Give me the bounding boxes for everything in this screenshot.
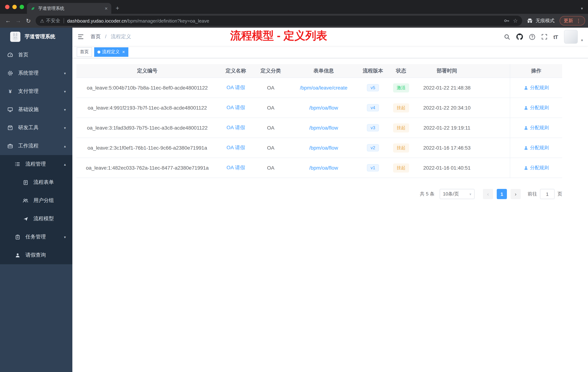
form-icon [22, 179, 28, 185]
form-link[interactable]: /bpm/oa/leave/create [300, 85, 347, 91]
page-content: 定义编号 定义名称 定义分类 表单信息 流程版本 状态 部署时间 操作 oa_l… [72, 58, 588, 372]
definition-category: OA [253, 145, 288, 151]
navbar-actions: tT ▾ [504, 30, 583, 44]
browser-toolbar: ← → ↻ ⚠ 不安全 dashboard.yudao.iocoder.cn/b… [0, 14, 588, 28]
back-button[interactable]: ← [3, 17, 13, 24]
logo-title: 芋道管理系统 [25, 33, 55, 40]
chevron-down-icon: ▾ [64, 89, 66, 93]
breadcrumb: 首页 / 流程定义 [91, 33, 131, 40]
chevron-down-icon: ▾ [64, 108, 66, 111]
security-label[interactable]: 不安全 [46, 17, 60, 24]
form-link[interactable]: /bpm/oa/flow [309, 105, 338, 111]
definition-id: oa_leave:3:1fad3d93-7b75-11ec-a3c8-acde4… [76, 125, 218, 131]
definition-id: oa_leave:4:991f2193-7b7f-11ec-a3c8-acde4… [76, 105, 218, 111]
close-window-button[interactable] [5, 5, 10, 9]
address-bar[interactable]: ⚠ 不安全 dashboard.yudao.iocoder.cn/bpm/man… [36, 16, 522, 26]
assign-rule-button[interactable]: 分配规则 [524, 85, 549, 91]
divider [63, 18, 64, 23]
list-icon [15, 161, 20, 167]
header-action: 操作 [510, 64, 562, 77]
update-button[interactable]: 更新 ⋮ [560, 16, 585, 25]
clipboard-icon [15, 234, 20, 240]
sidebar-item-home[interactable]: 首页 [0, 46, 72, 64]
header-name: 定义名称 [218, 67, 253, 74]
tag-home[interactable]: 首页 [77, 47, 92, 57]
sidebar-item-payment[interactable]: ¥ 支付管理 ▾ [0, 82, 72, 100]
definition-name-link[interactable]: OA 请假 [227, 164, 245, 170]
status-badge: 挂起 [393, 103, 409, 112]
deploy-time: 2022-01-16 17:46:53 [416, 145, 478, 151]
assign-rule-button[interactable]: 分配规则 [524, 164, 549, 171]
table-row: oa_leave:2:3c1f0ef1-76b1-11ec-9c66-a2380… [76, 138, 562, 158]
window-controls [5, 5, 24, 9]
assign-rule-button[interactable]: 分配规则 [524, 144, 549, 151]
user-icon [15, 252, 20, 258]
table-row: oa_leave:4:991f2193-7b7f-11ec-a3c8-acde4… [76, 98, 562, 118]
forward-button[interactable]: → [13, 17, 23, 24]
browser-tab[interactable]: 芋道管理系统 × [27, 3, 111, 14]
definition-name-link[interactable]: OA 请假 [227, 104, 245, 110]
definition-name-link[interactable]: OA 请假 [227, 124, 245, 130]
total-count: 共 5 条 [420, 191, 435, 197]
password-key-icon[interactable] [504, 18, 509, 24]
page-size-select[interactable]: 10条/页 ▾ [440, 189, 474, 199]
sidebar-item-system[interactable]: 系统管理 ▾ [0, 64, 72, 82]
yen-icon: ¥ [7, 88, 13, 94]
sidebar-item-leave-query[interactable]: 请假查询 [0, 246, 72, 264]
browser-menu-icon[interactable]: ⋮ [576, 18, 581, 24]
tag-close-icon[interactable]: × [122, 49, 125, 55]
goto-page-input[interactable] [540, 189, 555, 199]
chevron-down-icon: ▾ [470, 192, 471, 196]
assign-rule-button[interactable]: 分配规则 [524, 104, 549, 111]
tab-search-icon[interactable]: ▾ [581, 6, 583, 11]
help-icon[interactable] [529, 34, 535, 40]
sidebar-item-dev-tools[interactable]: 研发工具 ▾ [0, 119, 72, 137]
form-link[interactable]: /bpm/oa/flow [309, 145, 338, 151]
chevron-up-icon: ▴ [64, 162, 66, 166]
search-icon[interactable] [504, 34, 510, 40]
minimize-window-button[interactable] [12, 5, 17, 9]
bookmark-star-icon[interactable]: ☆ [513, 17, 518, 24]
tab-strip: 芋道管理系统 × + ▾ [0, 0, 588, 14]
font-size-icon[interactable]: tT [554, 34, 558, 40]
sidebar-item-user-group[interactable]: 用户分组 [0, 191, 72, 210]
table-row: oa_leave:3:1fad3d93-7b75-11ec-a3c8-acde4… [76, 118, 562, 138]
chevron-down-icon[interactable]: ▾ [581, 38, 583, 42]
refresh-button[interactable]: ↻ [23, 17, 33, 24]
definition-name-link[interactable]: OA 请假 [227, 144, 245, 150]
next-page-button[interactable]: › [511, 189, 521, 199]
sidebar-item-workflow[interactable]: 工作流程 ▴ [0, 137, 72, 155]
tab-close-icon[interactable]: × [105, 5, 108, 11]
fullscreen-icon[interactable] [541, 34, 547, 40]
breadcrumb-home[interactable]: 首页 [91, 33, 101, 39]
page-number-button[interactable]: 1 [497, 189, 507, 199]
logo[interactable]: 芋道管理系统 [0, 28, 72, 46]
avatar[interactable] [564, 30, 578, 44]
version-badge: v5 [367, 84, 379, 91]
version-badge: v4 [367, 104, 379, 111]
deploy-time: 2022-01-22 20:34:10 [416, 105, 478, 111]
definition-id: oa_leave:5:004b710b-7b8a-11ec-8ef0-acde4… [76, 85, 218, 91]
header-category: 定义分类 [253, 67, 288, 74]
deploy-time: 2022-01-22 21:48:38 [416, 85, 478, 91]
deploy-time: 2022-01-16 01:40:51 [416, 165, 478, 171]
form-link[interactable]: /bpm/oa/flow [309, 125, 338, 131]
deploy-time: 2022-01-22 19:19:11 [416, 125, 478, 131]
form-link[interactable]: /bpm/oa/flow [309, 165, 338, 171]
sidebar-item-infrastructure[interactable]: 基础设施 ▾ [0, 100, 72, 119]
new-tab-button[interactable]: + [116, 5, 119, 12]
sidebar-item-process-management[interactable]: 流程管理 ▴ [0, 155, 72, 173]
github-icon[interactable] [516, 33, 523, 40]
briefcase-icon [7, 143, 13, 149]
update-label: 更新 [564, 17, 573, 24]
sidebar-item-task-management[interactable]: 任务管理 ▾ [0, 228, 72, 246]
definition-name-link[interactable]: OA 请假 [227, 85, 245, 90]
assign-rule-button[interactable]: 分配规则 [524, 124, 549, 131]
maximize-window-button[interactable] [20, 5, 24, 9]
url-path: /bpm/manager/definition?key=oa_leave [126, 18, 209, 23]
prev-page-button[interactable]: ‹ [483, 189, 493, 199]
sidebar-item-process-model[interactable]: 流程模型 [0, 210, 72, 228]
sidebar-item-process-form[interactable]: 流程表单 [0, 173, 72, 191]
tag-process-definition[interactable]: 流程定义 × [94, 47, 128, 57]
hamburger-icon[interactable] [77, 34, 84, 40]
